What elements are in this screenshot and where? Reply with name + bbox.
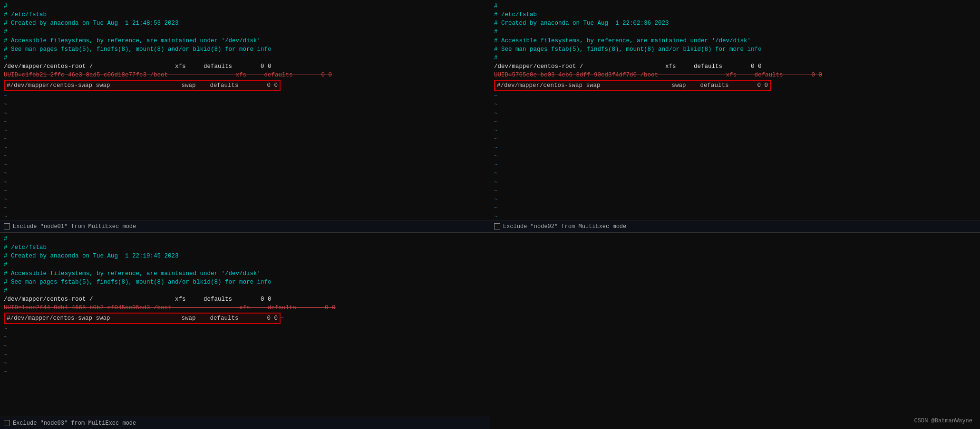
top-left-panel-wrapper: # # /etc/fstab # Created by anaconda on … — [0, 0, 490, 232]
watermark: CSDN @BatmanWayne — [914, 418, 972, 424]
top-row: # # /etc/fstab # Created by anaconda on … — [0, 0, 980, 233]
exclude-bar-bottom-left: Exclude "node03" from MultiExec mode — [0, 417, 490, 429]
main-container: # # /etc/fstab # Created by anaconda on … — [0, 0, 980, 429]
top-right-content: # # /etc/fstab # Created by anaconda on … — [494, 2, 976, 220]
bottom-left-panel-wrapper: # # /etc/fstab # Created by anaconda on … — [0, 233, 490, 429]
exclude-bar-top-left: Exclude "node01" from MultiExec mode — [0, 220, 490, 232]
bottom-row: # # /etc/fstab # Created by anaconda on … — [0, 233, 980, 429]
tilde-lines: ~ ~ ~ ~ ~ ~ ~ ~ ~ ~ ~ ~ ~ ~ ~ ~ ~ ~ ~ ~ … — [494, 93, 498, 220]
bottom-left-terminal: # # /etc/fstab # Created by anaconda on … — [0, 233, 490, 417]
bottom-left-content: # # /etc/fstab # Created by anaconda on … — [4, 235, 486, 376]
line-strikethrough: UUID=1ece2f44-9db4-4668-b0b2-ef045ce95ed… — [4, 305, 336, 311]
line-strikethrough: UUID=c1fbb21-2ffc-46e3-8ad5-c06d18e77fc3… — [4, 72, 332, 78]
exclude-checkbox-node01[interactable] — [4, 223, 10, 229]
top-left-content: # # /etc/fstab # Created by anaconda on … — [4, 2, 486, 220]
line-strikethrough: UUID=5765c0e-bc03-4eb6-8dff-90cd3f4df7d0… — [494, 72, 822, 78]
bottom-right-empty — [490, 233, 980, 429]
top-right-terminal: # # /etc/fstab # Created by anaconda on … — [490, 0, 980, 220]
exclude-label-node02: Exclude "node02" from MultiExec mode — [503, 223, 626, 230]
line: /dev/mapper/centos-root / xfs defaults 0… — [4, 296, 272, 303]
line: /dev/mapper/centos-root / xfs defaults 0… — [4, 63, 272, 70]
line: # # /etc/fstab # Created by anaconda on … — [4, 3, 272, 61]
exclude-label-node01: Exclude "node01" from MultiExec mode — [13, 223, 136, 230]
top-right-panel-wrapper: # # /etc/fstab # Created by anaconda on … — [490, 0, 980, 232]
top-left-terminal: # # /etc/fstab # Created by anaconda on … — [0, 0, 490, 220]
exclude-checkbox-node03[interactable] — [4, 420, 10, 426]
tilde-lines: ~ ~ ~ ~ ~ ~ ~ ~ ~ ~ ~ ~ ~ ~ ~ ~ ~ ~ ~ ~ … — [4, 93, 8, 220]
highlighted-swap-line: #/dev/mapper/centos-swap swap swap defau… — [494, 80, 771, 91]
line: /dev/mapper/centos-root / xfs defaults 0… — [494, 63, 762, 70]
highlighted-swap-line: #/dev/mapper/centos-swap swap swap defau… — [4, 313, 281, 324]
exclude-bar-top-right: Exclude "node02" from MultiExec mode — [490, 220, 980, 232]
line: # # /etc/fstab # Created by anaconda on … — [4, 236, 272, 294]
exclude-label-node03: Exclude "node03" from MultiExec mode — [13, 420, 136, 427]
highlighted-swap-line: #/dev/mapper/centos-swap swap swap defau… — [4, 80, 281, 91]
line: # # /etc/fstab # Created by anaconda on … — [494, 3, 762, 61]
exclude-checkbox-node02[interactable] — [494, 223, 500, 229]
